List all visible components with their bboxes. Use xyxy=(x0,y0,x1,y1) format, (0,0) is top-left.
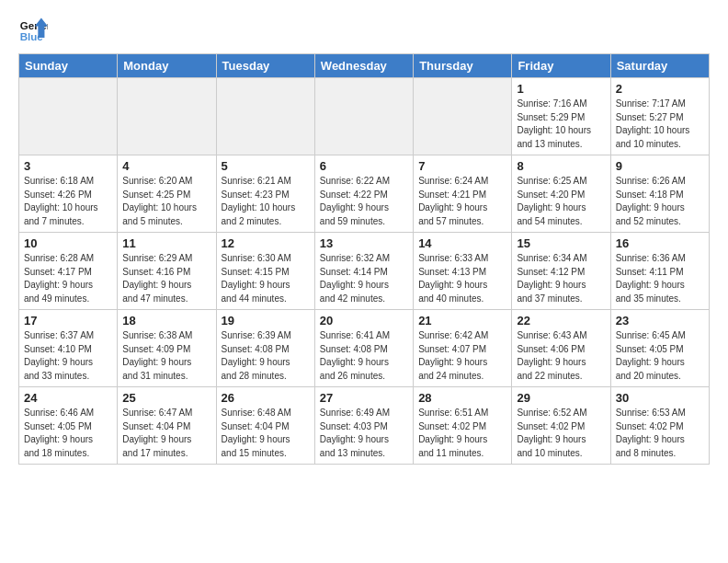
day-cell: 16Sunrise: 6:36 AM Sunset: 4:11 PM Dayli… xyxy=(610,233,709,310)
week-row-3: 10Sunrise: 6:28 AM Sunset: 4:17 PM Dayli… xyxy=(19,233,710,310)
day-cell: 26Sunrise: 6:48 AM Sunset: 4:04 PM Dayli… xyxy=(216,387,314,465)
day-number: 30 xyxy=(616,391,704,405)
col-header-thursday: Thursday xyxy=(414,54,512,78)
day-info: Sunrise: 6:29 AM Sunset: 4:16 PM Dayligh… xyxy=(122,252,210,305)
logo-icon: General Blue xyxy=(18,15,48,44)
day-cell: 25Sunrise: 6:47 AM Sunset: 4:04 PM Dayli… xyxy=(118,387,216,465)
day-info: Sunrise: 6:28 AM Sunset: 4:17 PM Dayligh… xyxy=(24,252,112,305)
day-number: 12 xyxy=(222,236,310,250)
day-number: 16 xyxy=(616,236,704,250)
day-cell: 24Sunrise: 6:46 AM Sunset: 4:05 PM Dayli… xyxy=(19,387,118,465)
day-cell: 3Sunrise: 6:18 AM Sunset: 4:26 PM Daylig… xyxy=(19,155,118,233)
col-header-friday: Friday xyxy=(512,54,610,78)
day-number: 5 xyxy=(222,159,310,173)
week-row-5: 24Sunrise: 6:46 AM Sunset: 4:05 PM Dayli… xyxy=(19,387,710,465)
day-cell: 8Sunrise: 6:25 AM Sunset: 4:20 PM Daylig… xyxy=(512,155,610,233)
day-info: Sunrise: 6:48 AM Sunset: 4:04 PM Dayligh… xyxy=(222,407,310,460)
day-cell: 30Sunrise: 6:53 AM Sunset: 4:02 PM Dayli… xyxy=(610,387,709,465)
week-row-4: 17Sunrise: 6:37 AM Sunset: 4:10 PM Dayli… xyxy=(19,310,710,387)
day-info: Sunrise: 6:36 AM Sunset: 4:11 PM Dayligh… xyxy=(616,252,704,305)
day-number: 4 xyxy=(122,159,210,173)
col-header-sunday: Sunday xyxy=(19,54,118,78)
logo: General Blue xyxy=(18,15,48,44)
day-number: 20 xyxy=(320,314,408,327)
day-number: 1 xyxy=(517,82,605,96)
day-info: Sunrise: 6:33 AM Sunset: 4:13 PM Dayligh… xyxy=(418,252,506,305)
day-number: 3 xyxy=(24,159,112,173)
day-number: 27 xyxy=(320,391,408,405)
day-cell: 17Sunrise: 6:37 AM Sunset: 4:10 PM Dayli… xyxy=(19,310,118,387)
day-number: 23 xyxy=(616,314,704,327)
week-row-1: 1Sunrise: 7:16 AM Sunset: 5:29 PM Daylig… xyxy=(19,78,710,155)
day-number: 22 xyxy=(517,314,605,327)
day-info: Sunrise: 6:25 AM Sunset: 4:20 PM Dayligh… xyxy=(517,175,605,228)
day-number: 14 xyxy=(418,236,506,250)
day-number: 8 xyxy=(517,159,605,173)
day-number: 13 xyxy=(320,236,408,250)
day-info: Sunrise: 6:45 AM Sunset: 4:05 PM Dayligh… xyxy=(616,329,704,383)
day-info: Sunrise: 6:47 AM Sunset: 4:04 PM Dayligh… xyxy=(122,407,210,460)
day-number: 15 xyxy=(517,236,605,250)
day-number: 11 xyxy=(122,236,210,250)
day-info: Sunrise: 6:21 AM Sunset: 4:23 PM Dayligh… xyxy=(222,175,310,228)
day-info: Sunrise: 6:53 AM Sunset: 4:02 PM Dayligh… xyxy=(616,407,704,460)
day-cell: 13Sunrise: 6:32 AM Sunset: 4:14 PM Dayli… xyxy=(314,233,413,310)
day-cell: 12Sunrise: 6:30 AM Sunset: 4:15 PM Dayli… xyxy=(216,233,314,310)
day-cell: 4Sunrise: 6:20 AM Sunset: 4:25 PM Daylig… xyxy=(118,155,216,233)
header: General Blue xyxy=(18,15,710,44)
day-info: Sunrise: 6:34 AM Sunset: 4:12 PM Dayligh… xyxy=(517,252,605,305)
day-cell: 7Sunrise: 6:24 AM Sunset: 4:21 PM Daylig… xyxy=(414,155,512,233)
col-header-wednesday: Wednesday xyxy=(314,54,413,78)
day-cell xyxy=(414,78,512,155)
col-header-saturday: Saturday xyxy=(610,54,709,78)
day-info: Sunrise: 6:42 AM Sunset: 4:07 PM Dayligh… xyxy=(418,329,506,383)
day-cell: 1Sunrise: 7:16 AM Sunset: 5:29 PM Daylig… xyxy=(512,78,610,155)
day-info: Sunrise: 6:41 AM Sunset: 4:08 PM Dayligh… xyxy=(320,329,408,383)
day-cell: 22Sunrise: 6:43 AM Sunset: 4:06 PM Dayli… xyxy=(512,310,610,387)
day-info: Sunrise: 7:16 AM Sunset: 5:29 PM Dayligh… xyxy=(517,98,605,151)
day-cell xyxy=(19,78,118,155)
day-number: 28 xyxy=(418,391,506,405)
day-number: 18 xyxy=(122,314,210,327)
day-cell: 23Sunrise: 6:45 AM Sunset: 4:05 PM Dayli… xyxy=(610,310,709,387)
day-cell: 11Sunrise: 6:29 AM Sunset: 4:16 PM Dayli… xyxy=(118,233,216,310)
day-info: Sunrise: 6:49 AM Sunset: 4:03 PM Dayligh… xyxy=(320,407,408,460)
day-cell: 2Sunrise: 7:17 AM Sunset: 5:27 PM Daylig… xyxy=(610,78,709,155)
day-info: Sunrise: 6:38 AM Sunset: 4:09 PM Dayligh… xyxy=(122,329,210,383)
day-cell xyxy=(314,78,413,155)
day-cell xyxy=(118,78,216,155)
day-number: 21 xyxy=(418,314,506,327)
day-number: 29 xyxy=(517,391,605,405)
day-number: 10 xyxy=(24,236,112,250)
day-info: Sunrise: 6:51 AM Sunset: 4:02 PM Dayligh… xyxy=(418,407,506,460)
day-number: 2 xyxy=(616,82,704,96)
day-info: Sunrise: 6:18 AM Sunset: 4:26 PM Dayligh… xyxy=(24,175,112,228)
day-cell: 5Sunrise: 6:21 AM Sunset: 4:23 PM Daylig… xyxy=(216,155,314,233)
day-cell: 10Sunrise: 6:28 AM Sunset: 4:17 PM Dayli… xyxy=(19,233,118,310)
day-cell: 15Sunrise: 6:34 AM Sunset: 4:12 PM Dayli… xyxy=(512,233,610,310)
day-number: 25 xyxy=(122,391,210,405)
week-row-2: 3Sunrise: 6:18 AM Sunset: 4:26 PM Daylig… xyxy=(19,155,710,233)
col-header-monday: Monday xyxy=(118,54,216,78)
day-number: 19 xyxy=(222,314,310,327)
day-cell: 6Sunrise: 6:22 AM Sunset: 4:22 PM Daylig… xyxy=(314,155,413,233)
day-number: 7 xyxy=(418,159,506,173)
calendar-header-row: SundayMondayTuesdayWednesdayThursdayFrid… xyxy=(19,54,710,78)
day-info: Sunrise: 6:20 AM Sunset: 4:25 PM Dayligh… xyxy=(122,175,210,228)
day-cell: 20Sunrise: 6:41 AM Sunset: 4:08 PM Dayli… xyxy=(314,310,413,387)
day-cell xyxy=(216,78,314,155)
day-number: 6 xyxy=(320,159,408,173)
day-cell: 14Sunrise: 6:33 AM Sunset: 4:13 PM Dayli… xyxy=(414,233,512,310)
day-number: 9 xyxy=(616,159,704,173)
page: General Blue SundayMondayTuesdayWednesda… xyxy=(0,0,728,474)
day-number: 17 xyxy=(24,314,112,327)
calendar: SundayMondayTuesdayWednesdayThursdayFrid… xyxy=(18,53,710,465)
day-info: Sunrise: 6:24 AM Sunset: 4:21 PM Dayligh… xyxy=(418,175,506,228)
day-info: Sunrise: 6:22 AM Sunset: 4:22 PM Dayligh… xyxy=(320,175,408,228)
day-cell: 9Sunrise: 6:26 AM Sunset: 4:18 PM Daylig… xyxy=(610,155,709,233)
day-info: Sunrise: 6:37 AM Sunset: 4:10 PM Dayligh… xyxy=(24,329,112,383)
day-info: Sunrise: 7:17 AM Sunset: 5:27 PM Dayligh… xyxy=(616,98,704,151)
day-cell: 18Sunrise: 6:38 AM Sunset: 4:09 PM Dayli… xyxy=(118,310,216,387)
col-header-tuesday: Tuesday xyxy=(216,54,314,78)
day-info: Sunrise: 6:52 AM Sunset: 4:02 PM Dayligh… xyxy=(517,407,605,460)
